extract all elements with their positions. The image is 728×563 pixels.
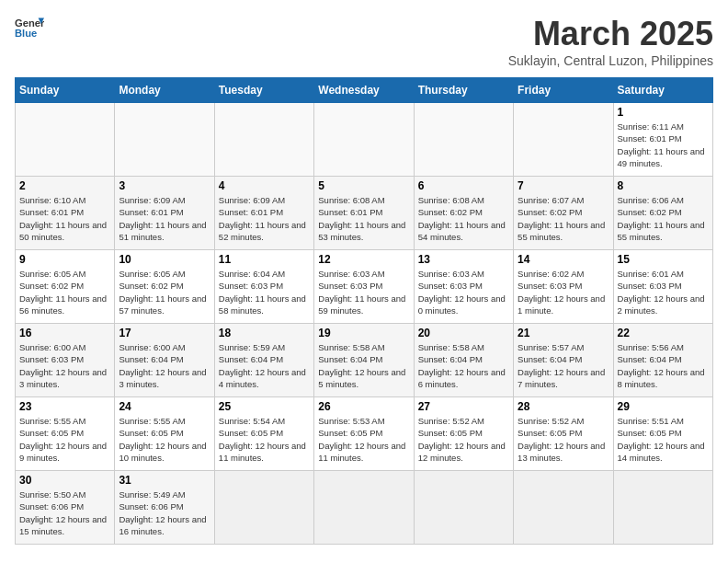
calendar-cell: 17Sunrise: 6:00 AM Sunset: 6:04 PM Dayli… <box>115 324 214 397</box>
day-number: 9 <box>19 253 110 266</box>
day-info: Sunrise: 6:06 AM Sunset: 6:02 PM Dayligh… <box>618 194 709 243</box>
day-info: Sunrise: 5:49 AM Sunset: 6:06 PM Dayligh… <box>119 488 210 537</box>
calendar-cell: 25Sunrise: 5:54 AM Sunset: 6:05 PM Dayli… <box>214 397 313 471</box>
calendar-week-3: 16Sunrise: 6:00 AM Sunset: 6:03 PM Dayli… <box>16 324 713 397</box>
day-number: 13 <box>418 253 509 266</box>
calendar-cell: 15Sunrise: 6:01 AM Sunset: 6:03 PM Dayli… <box>613 250 712 324</box>
day-info: Sunrise: 5:57 AM Sunset: 6:04 PM Dayligh… <box>518 341 609 390</box>
day-number: 8 <box>618 179 709 192</box>
day-number: 24 <box>119 400 210 413</box>
day-number: 10 <box>119 253 210 266</box>
day-info: Sunrise: 6:05 AM Sunset: 6:02 PM Dayligh… <box>119 268 210 316</box>
svg-text:Blue: Blue <box>15 28 37 39</box>
day-info: Sunrise: 6:00 AM Sunset: 6:03 PM Dayligh… <box>19 341 110 390</box>
calendar-week-2: 9Sunrise: 6:05 AM Sunset: 6:02 PM Daylig… <box>16 250 713 324</box>
day-info: Sunrise: 5:59 AM Sunset: 6:04 PM Dayligh… <box>219 341 310 390</box>
calendar-cell: 29Sunrise: 5:51 AM Sunset: 6:05 PM Dayli… <box>613 397 712 471</box>
calendar-cell: 14Sunrise: 6:02 AM Sunset: 6:03 PM Dayli… <box>514 250 613 324</box>
calendar-cell <box>613 471 712 545</box>
calendar-cell: 9Sunrise: 6:05 AM Sunset: 6:02 PM Daylig… <box>16 250 115 324</box>
calendar-week-5: 30Sunrise: 5:50 AM Sunset: 6:06 PM Dayli… <box>16 471 713 545</box>
day-info: Sunrise: 6:01 AM Sunset: 6:03 PM Dayligh… <box>618 268 709 316</box>
day-number: 18 <box>219 327 310 339</box>
calendar-body: 1Sunrise: 6:11 AM Sunset: 6:01 PM Daylig… <box>16 103 713 545</box>
calendar-cell: 16Sunrise: 6:00 AM Sunset: 6:03 PM Dayli… <box>16 324 115 397</box>
calendar-cell: 18Sunrise: 5:59 AM Sunset: 6:04 PM Dayli… <box>214 324 313 397</box>
calendar-cell <box>115 103 214 177</box>
calendar-cell: 30Sunrise: 5:50 AM Sunset: 6:06 PM Dayli… <box>16 471 115 545</box>
weekday-header-row: SundayMondayTuesdayWednesdayThursdayFrid… <box>16 78 713 103</box>
calendar-cell: 8Sunrise: 6:06 AM Sunset: 6:02 PM Daylig… <box>613 177 712 250</box>
day-info: Sunrise: 6:09 AM Sunset: 6:01 PM Dayligh… <box>119 194 210 243</box>
day-number: 5 <box>318 179 409 192</box>
calendar-table: SundayMondayTuesdayWednesdayThursdayFrid… <box>15 77 713 545</box>
day-number: 15 <box>618 253 709 266</box>
day-number: 21 <box>518 327 609 339</box>
calendar-cell <box>414 103 513 177</box>
day-number: 23 <box>19 400 110 413</box>
day-number: 16 <box>19 327 110 339</box>
day-number: 12 <box>318 253 409 266</box>
subtitle: Suklayin, Central Luzon, Philippines <box>508 53 713 68</box>
day-info: Sunrise: 6:11 AM Sunset: 6:01 PM Dayligh… <box>618 121 709 169</box>
day-info: Sunrise: 5:51 AM Sunset: 6:05 PM Dayligh… <box>618 415 709 464</box>
title-block: March 2025 Suklayin, Central Luzon, Phil… <box>508 15 713 68</box>
day-number: 14 <box>518 253 609 266</box>
calendar-cell <box>214 471 313 545</box>
day-number: 31 <box>119 474 210 487</box>
calendar-cell: 5Sunrise: 6:08 AM Sunset: 6:01 PM Daylig… <box>314 177 414 250</box>
day-info: Sunrise: 6:07 AM Sunset: 6:02 PM Dayligh… <box>518 194 609 243</box>
calendar-cell: 4Sunrise: 6:09 AM Sunset: 6:01 PM Daylig… <box>214 177 313 250</box>
calendar-cell: 1Sunrise: 6:11 AM Sunset: 6:01 PM Daylig… <box>613 103 712 177</box>
day-info: Sunrise: 5:52 AM Sunset: 6:05 PM Dayligh… <box>518 415 609 464</box>
day-info: Sunrise: 6:03 AM Sunset: 6:03 PM Dayligh… <box>318 268 409 316</box>
calendar-cell: 10Sunrise: 6:05 AM Sunset: 6:02 PM Dayli… <box>115 250 214 324</box>
day-info: Sunrise: 6:05 AM Sunset: 6:02 PM Dayligh… <box>19 268 110 316</box>
calendar-cell: 7Sunrise: 6:07 AM Sunset: 6:02 PM Daylig… <box>514 177 613 250</box>
day-info: Sunrise: 5:54 AM Sunset: 6:05 PM Dayligh… <box>219 415 310 464</box>
weekday-header-friday: Friday <box>514 78 613 103</box>
day-number: 6 <box>418 179 509 192</box>
day-info: Sunrise: 5:56 AM Sunset: 6:04 PM Dayligh… <box>618 341 709 390</box>
calendar-cell <box>214 103 313 177</box>
day-info: Sunrise: 6:09 AM Sunset: 6:01 PM Dayligh… <box>219 194 310 243</box>
calendar-cell: 31Sunrise: 5:49 AM Sunset: 6:06 PM Dayli… <box>115 471 214 545</box>
calendar-cell: 6Sunrise: 6:08 AM Sunset: 6:02 PM Daylig… <box>414 177 513 250</box>
day-info: Sunrise: 6:08 AM Sunset: 6:01 PM Dayligh… <box>318 194 409 243</box>
day-number: 17 <box>119 327 210 339</box>
day-info: Sunrise: 5:58 AM Sunset: 6:04 PM Dayligh… <box>318 341 409 390</box>
weekday-header-tuesday: Tuesday <box>214 78 313 103</box>
calendar-week-4: 23Sunrise: 5:55 AM Sunset: 6:05 PM Dayli… <box>16 397 713 471</box>
day-number: 11 <box>219 253 310 266</box>
day-info: Sunrise: 6:02 AM Sunset: 6:03 PM Dayligh… <box>518 268 609 316</box>
calendar-cell: 24Sunrise: 5:55 AM Sunset: 6:05 PM Dayli… <box>115 397 214 471</box>
calendar-cell: 19Sunrise: 5:58 AM Sunset: 6:04 PM Dayli… <box>314 324 414 397</box>
page-header: General Blue March 2025 Suklayin, Centra… <box>15 15 713 68</box>
day-info: Sunrise: 5:55 AM Sunset: 6:05 PM Dayligh… <box>119 415 210 464</box>
day-info: Sunrise: 6:03 AM Sunset: 6:03 PM Dayligh… <box>418 268 509 316</box>
weekday-header-thursday: Thursday <box>414 78 513 103</box>
weekday-header-monday: Monday <box>115 78 214 103</box>
calendar-cell: 26Sunrise: 5:53 AM Sunset: 6:05 PM Dayli… <box>314 397 414 471</box>
day-info: Sunrise: 5:58 AM Sunset: 6:04 PM Dayligh… <box>418 341 509 390</box>
calendar-week-0: 1Sunrise: 6:11 AM Sunset: 6:01 PM Daylig… <box>16 103 713 177</box>
day-number: 29 <box>618 400 709 413</box>
weekday-header-wednesday: Wednesday <box>314 78 414 103</box>
day-number: 4 <box>219 179 310 192</box>
calendar-cell: 20Sunrise: 5:58 AM Sunset: 6:04 PM Dayli… <box>414 324 513 397</box>
day-number: 7 <box>518 179 609 192</box>
calendar-cell <box>514 471 613 545</box>
calendar-cell: 23Sunrise: 5:55 AM Sunset: 6:05 PM Dayli… <box>16 397 115 471</box>
day-info: Sunrise: 5:52 AM Sunset: 6:05 PM Dayligh… <box>418 415 509 464</box>
calendar-cell <box>414 471 513 545</box>
day-info: Sunrise: 6:10 AM Sunset: 6:01 PM Dayligh… <box>19 194 110 243</box>
calendar-cell: 28Sunrise: 5:52 AM Sunset: 6:05 PM Dayli… <box>514 397 613 471</box>
calendar-cell: 27Sunrise: 5:52 AM Sunset: 6:05 PM Dayli… <box>414 397 513 471</box>
weekday-header-sunday: Sunday <box>16 78 115 103</box>
day-number: 25 <box>219 400 310 413</box>
calendar-cell: 3Sunrise: 6:09 AM Sunset: 6:01 PM Daylig… <box>115 177 214 250</box>
day-info: Sunrise: 5:55 AM Sunset: 6:05 PM Dayligh… <box>19 415 110 464</box>
weekday-header-saturday: Saturday <box>613 78 712 103</box>
day-number: 30 <box>19 474 110 487</box>
day-info: Sunrise: 6:00 AM Sunset: 6:04 PM Dayligh… <box>119 341 210 390</box>
